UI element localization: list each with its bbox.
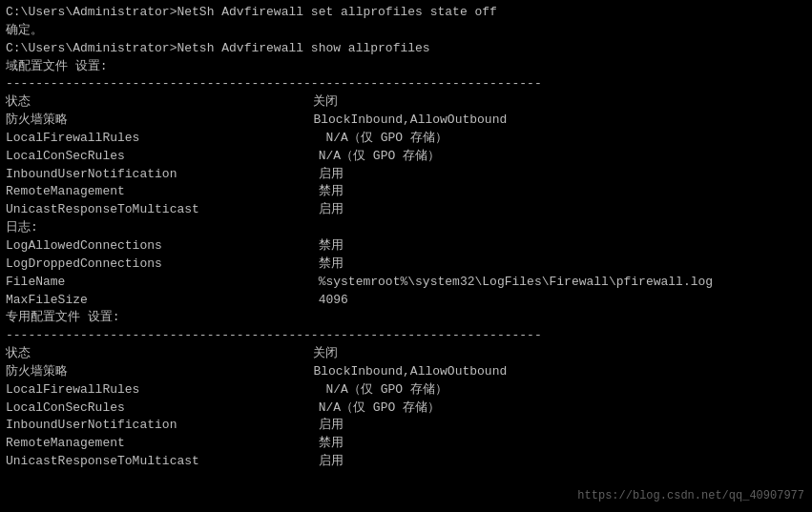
terminal-line-lac1: LogAllowedConnections 禁用 [6, 237, 806, 256]
terminal-line-iun2: InboundUserNotification 启用 [6, 417, 806, 435]
terminal-line-ldc1: LogDroppedConnections 禁用 [6, 256, 806, 274]
terminal-line-sec2_title: 专用配置文件 设置: [6, 309, 806, 327]
terminal-line-rm1: RemoteManagement 禁用 [6, 183, 806, 201]
terminal-line-ok1: 确定。 [6, 22, 806, 40]
terminal-line-fw1_label: 防火墙策略 BlockInbound,AllowOutbound [6, 112, 806, 130]
terminal-line-iun1: InboundUserNotification 启用 [6, 166, 806, 184]
terminal-line-lfr2: LocalFirewallRules N/A（仅 GPO 存储） [6, 381, 806, 399]
terminal-line-cmd2: C:\Users\Administrator>Netsh Advfirewall… [6, 40, 806, 58]
terminal-line-lcsr2: LocalConSecRules N/A（仅 GPO 存储） [6, 399, 806, 418]
terminal-line-urtm2: UnicastResponseToMulticast 启用 [6, 453, 806, 471]
terminal-line-lcsr1: LocalConSecRules N/A（仅 GPO 存储） [6, 148, 806, 166]
terminal-line-sec2_sep: ----------------------------------------… [6, 327, 806, 345]
terminal-window: C:\Users\Administrator>NetSh Advfirewall… [6, 4, 806, 508]
terminal-line-state1_label: 状态 关闭 [6, 93, 806, 112]
terminal-line-log1: 日志: [6, 219, 806, 237]
terminal-line-sec1_title: 域配置文件 设置: [6, 58, 806, 76]
terminal-line-fn1: FileName %systemroot%\system32\LogFiles\… [6, 274, 806, 292]
terminal-line-lfr1: LocalFirewallRules N/A（仅 GPO 存储） [6, 130, 806, 148]
terminal-line-rm2: RemoteManagement 禁用 [6, 435, 806, 453]
terminal-line-fw2_label: 防火墙策略 BlockInbound,AllowOutbound [6, 363, 806, 381]
terminal-line-state2_label: 状态 关闭 [6, 345, 806, 363]
watermark: https://blog.csdn.net/qq_40907977 [577, 488, 804, 504]
terminal-line-cmd1: C:\Users\Administrator>NetSh Advfirewall… [6, 4, 806, 22]
terminal-line-sec1_sep: ----------------------------------------… [6, 75, 806, 93]
terminal-line-urtm1: UnicastResponseToMulticast 启用 [6, 201, 806, 219]
terminal-line-mfs1: MaxFileSize 4096 [6, 292, 806, 310]
